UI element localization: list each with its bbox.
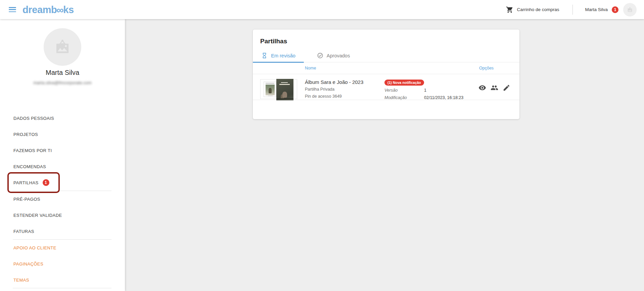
sidebar-item-label: ESTENDER VALIDADE: [13, 213, 62, 218]
top-bar: dreamb∞ks Carrinho de compras Marta Silv…: [0, 0, 644, 19]
album-thumbnail[interactable]: [260, 79, 297, 99]
sidebar-item-label: APOIO AO CLIENTE: [13, 245, 56, 250]
sidebar-menu: DADOS PESSOAIS PROJETOS FAZEMOS POR TI E…: [0, 110, 125, 288]
partilhas-notification-badge: 1: [43, 179, 49, 186]
sidebar-item-label: DADOS PESSOAIS: [13, 116, 54, 121]
edit-button[interactable]: [503, 84, 510, 92]
partilhas-card: Partilhas Em revisão Aprovados Nome Opçõ…: [253, 30, 519, 119]
profile-name: Marta Silva: [0, 69, 125, 77]
album-name: Álbum Sara e João - 2023: [305, 78, 363, 86]
sidebar-item-faturas[interactable]: FATURAS: [0, 223, 125, 239]
sidebar-item-label: FATURAS: [13, 229, 34, 234]
sidebar-item-label: PAGINAÇÕES: [13, 261, 43, 266]
menu-divider: [13, 288, 111, 288]
version-label: Versão: [384, 87, 424, 94]
card-title: Partilhas: [253, 30, 519, 45]
hourglass-icon: [261, 52, 268, 59]
view-button[interactable]: [478, 84, 486, 92]
sidebar-item-apoio-ao-cliente[interactable]: APOIO AO CLIENTE: [0, 240, 125, 256]
version-value: 1: [424, 87, 426, 94]
sidebar-item-label: TEMAS: [13, 278, 29, 283]
sidebar-item-partilhas[interactable]: PARTILHAS 1: [0, 175, 125, 191]
pencil-icon: [503, 84, 510, 92]
profile-email-blurred: marta.silva@fmcorporate.com: [0, 80, 125, 85]
sidebar-item-estender-validade[interactable]: ESTENDER VALIDADE: [0, 207, 125, 223]
table-row: Álbum Sara e João - 2023 Partilha Privad…: [253, 74, 519, 100]
sidebar-item-label: PARTILHAS: [13, 180, 39, 185]
share-users-button[interactable]: [491, 84, 498, 92]
album-info: Álbum Sara e João - 2023 Partilha Privad…: [305, 78, 363, 100]
column-header-opcoes: Opções: [479, 66, 494, 70]
tab-label: Em revisão: [271, 53, 295, 58]
modification-row: Modificação 02/11/2023, 16:18:23: [384, 94, 463, 102]
tab-label: Aprovados: [327, 53, 350, 58]
sidebar-item-projetos[interactable]: PROJETOS: [0, 126, 125, 142]
sidebar-item-label: FAZEMOS POR TI: [13, 148, 52, 153]
sidebar-item-dados-pessoais[interactable]: DADOS PESSOAIS: [0, 110, 125, 126]
share-type: Partilha Privada: [305, 86, 363, 93]
main-content: Partilhas Em revisão Aprovados Nome Opçõ…: [125, 19, 644, 291]
profile-avatar: [44, 28, 81, 66]
topbar-user-name[interactable]: Marta Silva: [585, 7, 608, 12]
row-options: [478, 84, 510, 92]
user-notification-badge: 1: [612, 6, 618, 13]
topbar-avatar[interactable]: [623, 3, 637, 16]
tab-em-revisao[interactable]: Em revisão: [253, 49, 304, 62]
sidebar-item-label: ENCOMENDAS: [13, 164, 46, 169]
access-pin: Pin de acesso 3649: [305, 93, 363, 100]
check-circle-icon: [317, 52, 323, 59]
shopping-cart-icon: [506, 6, 513, 13]
sidebar-item-paginacoes[interactable]: PAGINAÇÕES: [0, 256, 125, 272]
modification-label: Modificação: [384, 94, 424, 102]
sidebar: Marta Silva marta.silva@fmcorporate.com …: [0, 19, 125, 291]
version-row: Versão 1: [384, 87, 463, 94]
topbar-right-group: Carrinho de compras Marta Silva 1: [506, 3, 644, 16]
table-header: Nome Opções: [253, 62, 519, 74]
logo-text-post: ks: [63, 5, 74, 15]
image-placeholder-icon: [53, 37, 72, 57]
sidebar-item-fazemos-por-ti[interactable]: FAZEMOS POR TI: [0, 142, 125, 158]
sidebar-item-pre-pagos[interactable]: PRÉ-PAGOS: [0, 191, 125, 207]
tabs-bar: Em revisão Aprovados: [253, 49, 519, 62]
dreambooks-logo[interactable]: dreamb∞ks: [22, 5, 74, 15]
hamburger-menu-icon[interactable]: [9, 7, 16, 12]
avatar-placeholder-icon: [626, 6, 634, 13]
dreambooks-app: dreamb∞ks Carrinho de compras Marta Silv…: [0, 0, 644, 291]
topbar-divider: [572, 5, 573, 15]
new-notification-badge: (1) Nova notificação: [384, 80, 424, 86]
cart-label: Carrinho de compras: [517, 7, 559, 12]
sidebar-item-label: PRÉ-PAGOS: [13, 197, 40, 202]
column-header-nome: Nome: [305, 66, 316, 70]
logo-text-pre: dreamb: [22, 5, 57, 15]
sidebar-item-encomendas[interactable]: ENCOMENDAS: [0, 158, 125, 175]
album-front-cover: [276, 79, 293, 100]
group-icon: [491, 84, 498, 92]
sidebar-item-label: PROJETOS: [13, 132, 38, 137]
eye-icon: [478, 84, 486, 92]
logo-infinity-icon: ∞: [56, 5, 63, 15]
modification-value: 02/11/2023, 16:18:23: [424, 94, 463, 102]
album-back-cover: [264, 82, 276, 97]
tab-aprovados[interactable]: Aprovados: [304, 49, 363, 62]
album-meta: (1) Nova notificação Versão 1 Modificaçã…: [384, 79, 463, 101]
sidebar-item-temas[interactable]: TEMAS: [0, 272, 125, 288]
cart-button[interactable]: Carrinho de compras: [506, 6, 559, 13]
